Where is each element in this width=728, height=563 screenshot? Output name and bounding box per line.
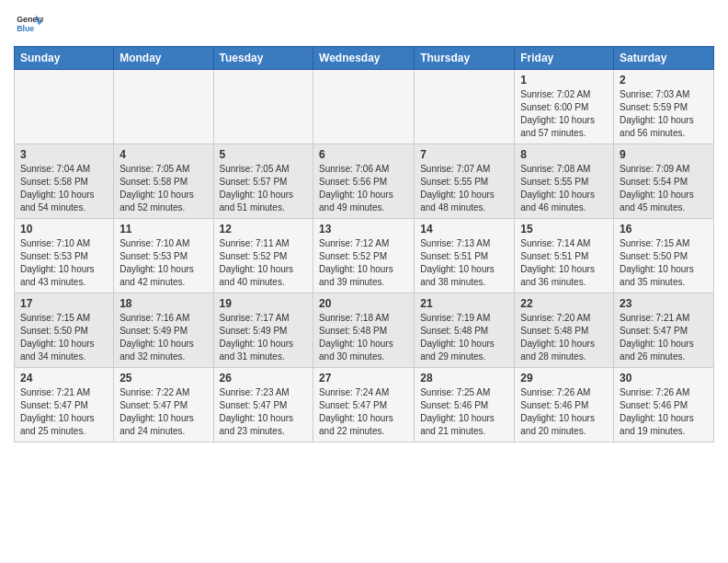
day-number: 1 [520,74,608,86]
calendar-cell: 12Sunrise: 7:11 AM Sunset: 5:52 PM Dayli… [213,219,313,293]
calendar-cell: 19Sunrise: 7:17 AM Sunset: 5:49 PM Dayli… [213,293,313,368]
calendar-cell: 24Sunrise: 7:21 AM Sunset: 5:47 PM Dayli… [15,368,114,442]
weekday-header-saturday: Saturday [614,47,714,70]
day-info: Sunrise: 7:25 AM Sunset: 5:46 PM Dayligh… [420,386,508,438]
day-info: Sunrise: 7:04 AM Sunset: 5:58 PM Dayligh… [20,163,108,214]
calendar-week-5: 24Sunrise: 7:21 AM Sunset: 5:47 PM Dayli… [15,368,714,442]
day-number: 20 [319,297,408,310]
day-info: Sunrise: 7:03 AM Sunset: 5:59 PM Dayligh… [620,88,708,140]
weekday-header-monday: Monday [114,47,213,70]
day-number: 17 [20,297,108,310]
day-number: 29 [520,372,608,385]
weekday-header-row: SundayMondayTuesdayWednesdayThursdayFrid… [15,47,714,70]
calendar-cell: 4Sunrise: 7:05 AM Sunset: 5:58 PM Daylig… [114,144,213,219]
day-info: Sunrise: 7:10 AM Sunset: 5:53 PM Dayligh… [119,237,207,289]
calendar-cell: 28Sunrise: 7:25 AM Sunset: 5:46 PM Dayli… [415,368,515,442]
day-info: Sunrise: 7:17 AM Sunset: 5:49 PM Dayligh… [220,312,308,363]
day-info: Sunrise: 7:09 AM Sunset: 5:54 PM Dayligh… [620,163,708,214]
day-number: 4 [119,148,207,161]
page-container: General Blue SundayMondayTuesdayWednesda… [0,0,728,456]
day-number: 22 [520,297,608,310]
day-number: 3 [20,148,108,161]
day-info: Sunrise: 7:08 AM Sunset: 5:55 PM Dayligh… [520,163,608,214]
day-number: 7 [420,148,508,161]
day-info: Sunrise: 7:26 AM Sunset: 5:46 PM Dayligh… [620,386,708,438]
calendar-cell: 11Sunrise: 7:10 AM Sunset: 5:53 PM Dayli… [114,219,213,293]
calendar-week-3: 10Sunrise: 7:10 AM Sunset: 5:53 PM Dayli… [15,219,714,293]
calendar-cell: 23Sunrise: 7:21 AM Sunset: 5:47 PM Dayli… [614,293,714,368]
day-info: Sunrise: 7:20 AM Sunset: 5:48 PM Dayligh… [520,312,608,363]
day-info: Sunrise: 7:13 AM Sunset: 5:51 PM Dayligh… [420,237,508,289]
calendar-cell: 2Sunrise: 7:03 AM Sunset: 5:59 PM Daylig… [614,70,714,144]
day-info: Sunrise: 7:05 AM Sunset: 5:57 PM Dayligh… [220,163,308,214]
day-info: Sunrise: 7:02 AM Sunset: 6:00 PM Dayligh… [520,88,608,140]
calendar-cell: 3Sunrise: 7:04 AM Sunset: 5:58 PM Daylig… [15,144,114,219]
day-number: 30 [620,372,708,385]
calendar-cell: 6Sunrise: 7:06 AM Sunset: 5:56 PM Daylig… [313,144,415,219]
calendar-cell: 5Sunrise: 7:05 AM Sunset: 5:57 PM Daylig… [213,144,313,219]
logo: General Blue [14,9,47,39]
day-number: 6 [319,148,408,161]
calendar-cell: 7Sunrise: 7:07 AM Sunset: 5:55 PM Daylig… [415,144,515,219]
day-number: 10 [20,223,108,236]
day-info: Sunrise: 7:05 AM Sunset: 5:58 PM Dayligh… [119,163,207,214]
calendar-cell: 21Sunrise: 7:19 AM Sunset: 5:48 PM Dayli… [415,293,515,368]
day-number: 21 [420,297,508,310]
day-info: Sunrise: 7:11 AM Sunset: 5:52 PM Dayligh… [220,237,308,289]
logo-icon: General Blue [14,9,43,39]
day-info: Sunrise: 7:16 AM Sunset: 5:49 PM Dayligh… [119,312,207,363]
day-number: 19 [220,297,308,310]
calendar-cell: 22Sunrise: 7:20 AM Sunset: 5:48 PM Dayli… [515,293,614,368]
weekday-header-friday: Friday [515,47,614,70]
day-number: 23 [620,297,708,310]
header: General Blue [14,9,714,39]
day-info: Sunrise: 7:23 AM Sunset: 5:47 PM Dayligh… [220,386,308,438]
day-number: 18 [119,297,207,310]
calendar-cell: 18Sunrise: 7:16 AM Sunset: 5:49 PM Dayli… [114,293,213,368]
calendar-week-2: 3Sunrise: 7:04 AM Sunset: 5:58 PM Daylig… [15,144,714,219]
day-number: 16 [620,223,708,236]
day-info: Sunrise: 7:21 AM Sunset: 5:47 PM Dayligh… [20,386,108,438]
day-number: 2 [620,74,708,86]
day-info: Sunrise: 7:06 AM Sunset: 5:56 PM Dayligh… [319,163,408,214]
day-info: Sunrise: 7:15 AM Sunset: 5:50 PM Dayligh… [20,312,108,363]
calendar-table: SundayMondayTuesdayWednesdayThursdayFrid… [14,46,714,442]
calendar-cell [114,70,213,144]
calendar-cell [415,70,515,144]
calendar-cell: 15Sunrise: 7:14 AM Sunset: 5:51 PM Dayli… [515,219,614,293]
day-number: 13 [319,223,408,236]
calendar-cell: 13Sunrise: 7:12 AM Sunset: 5:52 PM Dayli… [313,219,415,293]
weekday-header-tuesday: Tuesday [213,47,313,70]
day-info: Sunrise: 7:26 AM Sunset: 5:46 PM Dayligh… [520,386,608,438]
calendar-cell: 9Sunrise: 7:09 AM Sunset: 5:54 PM Daylig… [614,144,714,219]
day-info: Sunrise: 7:07 AM Sunset: 5:55 PM Dayligh… [420,163,508,214]
calendar-cell [213,70,313,144]
day-number: 26 [220,372,308,385]
calendar-cell: 14Sunrise: 7:13 AM Sunset: 5:51 PM Dayli… [415,219,515,293]
day-number: 14 [420,223,508,236]
calendar-week-1: 1Sunrise: 7:02 AM Sunset: 6:00 PM Daylig… [15,70,714,144]
svg-text:Blue: Blue [17,24,34,33]
day-number: 28 [420,372,508,385]
day-info: Sunrise: 7:22 AM Sunset: 5:47 PM Dayligh… [119,386,207,438]
calendar-cell: 27Sunrise: 7:24 AM Sunset: 5:47 PM Dayli… [313,368,415,442]
calendar-cell: 29Sunrise: 7:26 AM Sunset: 5:46 PM Dayli… [515,368,614,442]
calendar-cell: 10Sunrise: 7:10 AM Sunset: 5:53 PM Dayli… [15,219,114,293]
calendar-cell [15,70,114,144]
day-number: 27 [319,372,408,385]
day-number: 25 [119,372,207,385]
day-info: Sunrise: 7:18 AM Sunset: 5:48 PM Dayligh… [319,312,408,363]
day-info: Sunrise: 7:10 AM Sunset: 5:53 PM Dayligh… [20,237,108,289]
calendar-cell: 8Sunrise: 7:08 AM Sunset: 5:55 PM Daylig… [515,144,614,219]
day-info: Sunrise: 7:21 AM Sunset: 5:47 PM Dayligh… [620,312,708,363]
day-info: Sunrise: 7:19 AM Sunset: 5:48 PM Dayligh… [420,312,508,363]
calendar-cell: 26Sunrise: 7:23 AM Sunset: 5:47 PM Dayli… [213,368,313,442]
day-info: Sunrise: 7:15 AM Sunset: 5:50 PM Dayligh… [620,237,708,289]
day-info: Sunrise: 7:14 AM Sunset: 5:51 PM Dayligh… [520,237,608,289]
day-info: Sunrise: 7:24 AM Sunset: 5:47 PM Dayligh… [319,386,408,438]
calendar-cell: 1Sunrise: 7:02 AM Sunset: 6:00 PM Daylig… [515,70,614,144]
day-number: 12 [220,223,308,236]
day-number: 8 [520,148,608,161]
day-number: 11 [119,223,207,236]
calendar-cell: 25Sunrise: 7:22 AM Sunset: 5:47 PM Dayli… [114,368,213,442]
